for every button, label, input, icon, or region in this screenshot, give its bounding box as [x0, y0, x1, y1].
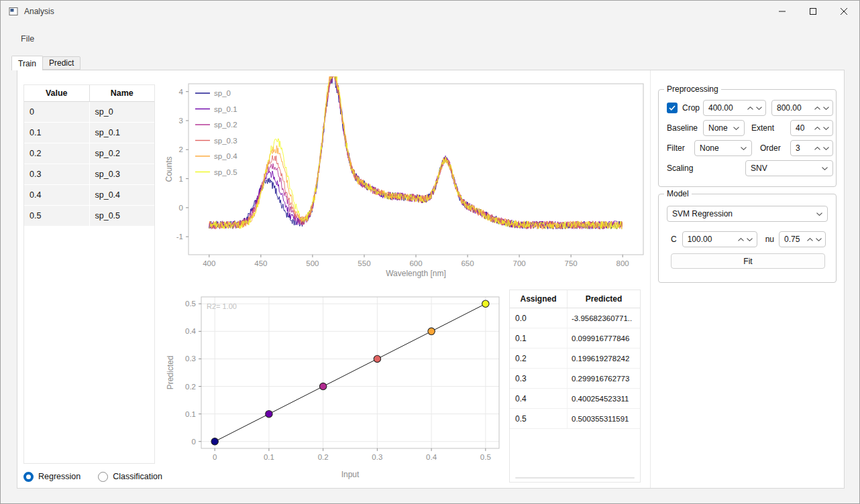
svg-text:Wavelength [nm]: Wavelength [nm] [386, 269, 446, 278]
predicted-cell[interactable]: 0.500355311591 [568, 409, 640, 428]
model-type-combobox[interactable]: SVM Regression [667, 206, 828, 222]
svg-text:0.2: 0.2 [318, 453, 329, 461]
samples-col-name[interactable]: Name [89, 85, 155, 101]
svg-text:sp_0.4: sp_0.4 [214, 152, 237, 160]
sample-name-cell[interactable]: sp_0.4 [90, 185, 155, 205]
scaling-value: SNV [746, 164, 821, 173]
menu-file[interactable]: File [15, 32, 40, 46]
sample-name-cell[interactable]: sp_0.1 [90, 123, 155, 143]
baseline-combobox[interactable]: None [703, 120, 745, 136]
spin-down-icon[interactable] [822, 123, 829, 133]
menubar: File [15, 32, 40, 46]
predicted-cell[interactable]: -3.95682360771.. [568, 308, 640, 328]
spin-up-icon[interactable] [747, 103, 753, 113]
sample-name-cell[interactable]: sp_0.2 [90, 143, 155, 164]
predicted-cell[interactable]: 0.400254523311 [568, 389, 640, 408]
sample-name-cell[interactable]: sp_0.5 [90, 206, 155, 226]
sample-value-cell[interactable]: 0.1 [24, 123, 89, 143]
filter-combobox[interactable]: None [694, 140, 752, 156]
crop-min-spinbox[interactable]: 400.00 [703, 100, 766, 116]
results-col-assigned[interactable]: Assigned [510, 290, 568, 308]
svg-text:0: 0 [213, 453, 217, 461]
chevron-down-icon [733, 123, 739, 133]
nu-spinbox[interactable]: 0.75 [779, 231, 826, 247]
crop-max-spinbox[interactable]: 800.00 [771, 100, 833, 116]
filter-value: None [695, 143, 740, 153]
svg-text:-1: -1 [176, 233, 183, 241]
c-spinbox[interactable]: 100.00 [682, 231, 757, 247]
spin-down-icon[interactable] [822, 143, 829, 153]
svg-text:650: 650 [461, 259, 474, 267]
sample-value-cell[interactable]: 0.3 [24, 164, 89, 184]
close-button[interactable] [828, 1, 859, 22]
table-row[interactable]: 0.0-3.95682360771.. [510, 308, 640, 328]
preprocessing-group: Preprocessing Crop 400.00 800.00 Baselin… [658, 89, 837, 187]
results-col-predicted[interactable]: Predicted [568, 290, 640, 308]
svg-text:700: 700 [513, 259, 525, 267]
baseline-row: Baseline None Extent 40 [667, 119, 833, 137]
predicted-cell[interactable]: 0.199619278242 [568, 349, 640, 368]
spectra-plot-svg: 400450500550600650700750800-101234Wavele… [164, 76, 647, 281]
table-row[interactable]: 0.20.199619278242 [510, 349, 640, 369]
sample-value-cell[interactable]: 0.5 [24, 206, 89, 226]
assigned-cell[interactable]: 0.3 [510, 369, 568, 388]
assigned-cell[interactable]: 0.2 [510, 349, 568, 368]
prediction-plot[interactable]: 00.10.20.30.40.500.10.20.30.40.5R2= 1.00… [164, 288, 503, 483]
table-row[interactable]: 0.3sp_0.3 [24, 164, 154, 184]
results-table-header: Assigned Predicted [510, 290, 640, 308]
svg-text:sp_0.2: sp_0.2 [214, 121, 237, 129]
table-row[interactable]: 0sp_0 [24, 102, 154, 122]
table-row[interactable]: 0.2sp_0.2 [24, 143, 154, 164]
spin-up-icon[interactable] [806, 234, 813, 245]
maximize-button[interactable] [798, 1, 828, 22]
sample-value-cell[interactable]: 0 [24, 102, 89, 122]
assigned-cell[interactable]: 0.1 [510, 328, 568, 348]
scaling-combobox[interactable]: SNV [745, 160, 833, 176]
samples-col-value[interactable]: Value [24, 85, 89, 101]
fit-button[interactable]: Fit [671, 253, 825, 269]
extent-spinbox[interactable]: 40 [790, 120, 833, 136]
spin-down-icon[interactable] [822, 103, 829, 113]
spin-up-icon[interactable] [814, 103, 820, 113]
order-spinbox[interactable]: 3 [790, 140, 833, 156]
spin-up-icon[interactable] [814, 123, 820, 133]
model-type-value: SVM Regression [667, 209, 816, 218]
table-row[interactable]: 0.40.400254523311 [510, 389, 640, 409]
predicted-cell[interactable]: 0.099916777846 [568, 328, 640, 348]
sample-value-cell[interactable]: 0.4 [24, 185, 89, 205]
table-row[interactable]: 0.5sp_0.5 [24, 206, 154, 226]
radio-classification[interactable]: Classification [98, 472, 162, 482]
tab-train[interactable]: Train [11, 56, 43, 70]
spin-down-icon[interactable] [747, 234, 753, 245]
assigned-cell[interactable]: 0.4 [510, 389, 568, 408]
table-row[interactable]: 0.10.099916777846 [510, 328, 640, 349]
minimize-button[interactable] [767, 1, 798, 22]
svg-text:0.2: 0.2 [185, 383, 196, 391]
radio-regression[interactable]: Regression [23, 472, 80, 482]
sample-name-cell[interactable]: sp_0.3 [90, 164, 155, 184]
scaling-label: Scaling [667, 164, 693, 173]
nu-label: nu [765, 235, 774, 244]
assigned-cell[interactable]: 0.5 [510, 409, 568, 428]
table-row[interactable]: 0.30.299916762773 [510, 369, 640, 389]
crop-checkbox[interactable] [667, 103, 678, 113]
spin-up-icon[interactable] [738, 234, 745, 245]
sample-name-cell[interactable]: sp_0 [90, 102, 155, 122]
tab-predict[interactable]: Predict [42, 56, 80, 70]
scaling-row: Scaling SNV [667, 160, 833, 177]
spectra-plot[interactable]: 400450500550600650700750800-101234Wavele… [164, 76, 647, 281]
spin-down-icon[interactable] [755, 103, 762, 113]
spin-down-icon[interactable] [815, 234, 822, 245]
table-row[interactable]: 0.4sp_0.4 [24, 185, 154, 205]
sample-value-cell[interactable]: 0.2 [24, 143, 89, 164]
table-row[interactable]: 0.1sp_0.1 [24, 123, 154, 143]
horizontal-scrollbar[interactable] [515, 477, 635, 479]
app-icon [9, 7, 19, 16]
extent-label: Extent [751, 123, 774, 133]
table-row[interactable]: 0.50.500355311591 [510, 409, 640, 429]
spin-up-icon[interactable] [814, 143, 820, 153]
preprocessing-title: Preprocessing [664, 84, 721, 94]
predicted-cell[interactable]: 0.299916762773 [568, 369, 640, 388]
assigned-cell[interactable]: 0.0 [510, 308, 568, 328]
baseline-value: None [704, 123, 733, 133]
